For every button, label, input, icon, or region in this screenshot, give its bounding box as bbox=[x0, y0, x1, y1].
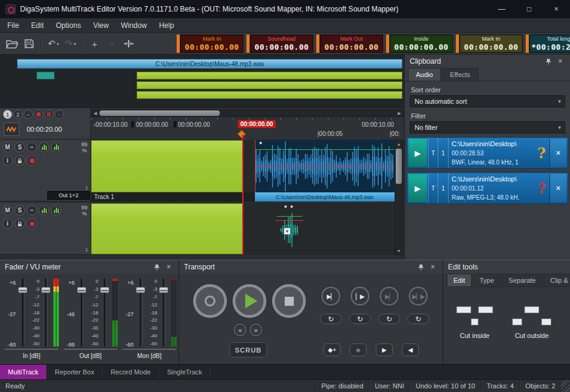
tab-type[interactable]: Type bbox=[473, 274, 501, 287]
track1-clip-green[interactable] bbox=[91, 140, 243, 192]
track2-clip-small[interactable]: v bbox=[280, 206, 299, 254]
cut-inside-button[interactable]: Cut inside bbox=[447, 293, 503, 343]
play-around-button[interactable]: ▶▏▶ bbox=[408, 286, 429, 306]
tab-separate[interactable]: Separate bbox=[502, 274, 543, 287]
close-button[interactable]: × bbox=[543, 0, 570, 18]
menu-options[interactable]: Options bbox=[50, 18, 87, 32]
overview-clip-small[interactable] bbox=[36, 72, 55, 79]
remove-clip-button[interactable]: × bbox=[549, 174, 566, 202]
track2-lock-button[interactable] bbox=[15, 218, 25, 229]
track2-clip-green[interactable] bbox=[91, 203, 243, 254]
menu-edit[interactable]: Edit bbox=[25, 18, 50, 32]
mon-right-fader[interactable] bbox=[159, 279, 168, 346]
wave-zoom-button[interactable] bbox=[4, 123, 19, 136]
pin-icon[interactable] bbox=[543, 56, 553, 66]
project-overview[interactable]: C:\Users\nin\Desktop\Maus-48.mp3.wav bbox=[0, 55, 404, 108]
tab-audio[interactable]: Audio bbox=[408, 68, 441, 81]
tab-effects[interactable]: Effects bbox=[442, 68, 478, 81]
track2-mute-button[interactable]: M bbox=[2, 205, 13, 215]
marker-button[interactable]: ◆ bbox=[350, 343, 367, 356]
close-icon[interactable]: × bbox=[555, 56, 565, 66]
fader-knob[interactable] bbox=[159, 287, 168, 293]
remove-clip-button[interactable]: × bbox=[549, 139, 566, 167]
loop-1-button[interactable]: ↻ bbox=[320, 314, 342, 324]
snap-marker-button[interactable] bbox=[121, 35, 136, 52]
track1-output-button[interactable]: Out 1+2 bbox=[47, 191, 90, 200]
vertical-scrollbar[interactable]: ▲ ▼ bbox=[395, 140, 403, 255]
time-ruler[interactable]: -00:00:10.00 00:00:00.00 00:00:00.00 00:… bbox=[91, 118, 404, 140]
track-count-1-button[interactable]: 1 bbox=[3, 110, 12, 119]
track1-record-arm-button[interactable] bbox=[27, 155, 37, 166]
scroll-left-icon[interactable]: ◀ bbox=[92, 110, 99, 117]
collapse-tracks-button[interactable]: − bbox=[24, 110, 33, 119]
undo-button[interactable]: ↶▾ bbox=[46, 35, 61, 52]
clip-marker[interactable] bbox=[290, 205, 293, 208]
in-right-fader[interactable] bbox=[41, 279, 50, 346]
redo-button[interactable]: ↷▾ bbox=[63, 35, 78, 52]
volume-marker[interactable]: v bbox=[284, 228, 290, 234]
track2-collapse-button[interactable]: − bbox=[27, 205, 37, 215]
record-button[interactable] bbox=[192, 283, 228, 319]
close-icon[interactable]: × bbox=[164, 262, 174, 272]
menu-window[interactable]: Window bbox=[115, 18, 153, 32]
punch-pause-button[interactable] bbox=[44, 110, 53, 119]
fade-line[interactable] bbox=[256, 149, 395, 150]
track1-eq-button[interactable] bbox=[51, 142, 61, 152]
play-to-cursor-button[interactable]: ▶▏ bbox=[321, 286, 341, 306]
track1-collapse-button[interactable]: − bbox=[27, 142, 37, 152]
tab-edit[interactable]: Edit bbox=[447, 274, 472, 287]
open-file-button[interactable] bbox=[5, 35, 19, 52]
overview-clip-green[interactable] bbox=[137, 72, 402, 79]
clipboard-item[interactable]: ▶ T 1 C:\Users\nin\Desktop\ 00:00:28.53 … bbox=[407, 137, 568, 169]
minus-mode-button[interactable]: − bbox=[55, 110, 64, 119]
fader-knob[interactable] bbox=[77, 287, 86, 293]
fader-knob[interactable] bbox=[41, 287, 50, 293]
scroll-up-icon[interactable]: ▲ bbox=[395, 140, 402, 147]
tab-reporter-box[interactable]: Reporter Box bbox=[47, 365, 103, 379]
track-count-2-button[interactable]: 2 bbox=[13, 110, 22, 119]
zoom-in-button[interactable]: + bbox=[87, 35, 102, 52]
overview-clip-green[interactable] bbox=[137, 91, 402, 99]
tab-singletrack[interactable]: SingleTrack bbox=[159, 365, 211, 379]
add-marker-button[interactable]: ◆+ bbox=[324, 343, 341, 356]
mon-left-fader[interactable] bbox=[136, 279, 145, 346]
clip-marker[interactable] bbox=[284, 205, 287, 208]
loop-4-button[interactable]: ↻ bbox=[407, 314, 429, 324]
rewind-button[interactable]: « bbox=[233, 323, 247, 337]
cut-outside-button[interactable]: Cut outside bbox=[504, 293, 560, 343]
loop-3-button[interactable]: ↻ bbox=[378, 314, 400, 324]
scroll-right-icon[interactable]: ▶ bbox=[396, 110, 403, 117]
timeline[interactable]: ◀ ▶ -00:00:10.00 00:00:00.00 00:00:00.00… bbox=[91, 108, 404, 140]
pin-icon[interactable] bbox=[152, 262, 161, 272]
track2-record-arm-button[interactable] bbox=[27, 218, 37, 229]
overview-clip-title[interactable]: C:\Users\nin\Desktop\Maus-48.mp3.wav bbox=[17, 59, 402, 69]
pin-icon[interactable] bbox=[416, 262, 426, 272]
tab-clip-in-out[interactable]: Clip & I bbox=[543, 274, 570, 287]
overview-clip-green[interactable] bbox=[137, 81, 402, 89]
in-left-fader[interactable] bbox=[18, 279, 27, 346]
menu-view[interactable]: View bbox=[87, 18, 115, 32]
maximize-button[interactable]: □ bbox=[515, 0, 543, 18]
fader-knob[interactable] bbox=[136, 287, 145, 293]
zoom-out-button[interactable]: − bbox=[104, 35, 119, 52]
level-line[interactable] bbox=[276, 220, 304, 221]
save-button[interactable] bbox=[22, 35, 36, 52]
filter-select[interactable]: No filter ▾ bbox=[410, 121, 565, 133]
track2-eq-button[interactable] bbox=[51, 205, 61, 215]
scrub-button[interactable]: SCRUB bbox=[229, 342, 267, 357]
tab-multitrack[interactable]: MultiTrack bbox=[0, 365, 47, 379]
track2-meter-button[interactable] bbox=[39, 205, 49, 215]
out-right-fader[interactable] bbox=[100, 279, 109, 346]
forward-button[interactable]: » bbox=[249, 323, 263, 337]
track2-solo-button[interactable]: S bbox=[15, 205, 25, 215]
tab-record-mode[interactable]: Record Mode bbox=[103, 365, 159, 379]
minimize-button[interactable]: — bbox=[488, 0, 515, 18]
scrollbar-thumb[interactable] bbox=[100, 110, 220, 116]
play-from-cursor-button[interactable]: ▏▶ bbox=[350, 286, 370, 306]
close-icon[interactable]: × bbox=[428, 262, 438, 272]
track2-info-button[interactable]: i bbox=[2, 218, 13, 229]
track1-info-button[interactable]: i bbox=[2, 155, 13, 166]
fade-line[interactable] bbox=[277, 216, 302, 217]
track1-lock-button[interactable] bbox=[15, 155, 25, 166]
clipboard-item[interactable]: ▶ T 1 C:\Users\nin\Desktop\ 00:00:01.12 … bbox=[407, 172, 568, 204]
